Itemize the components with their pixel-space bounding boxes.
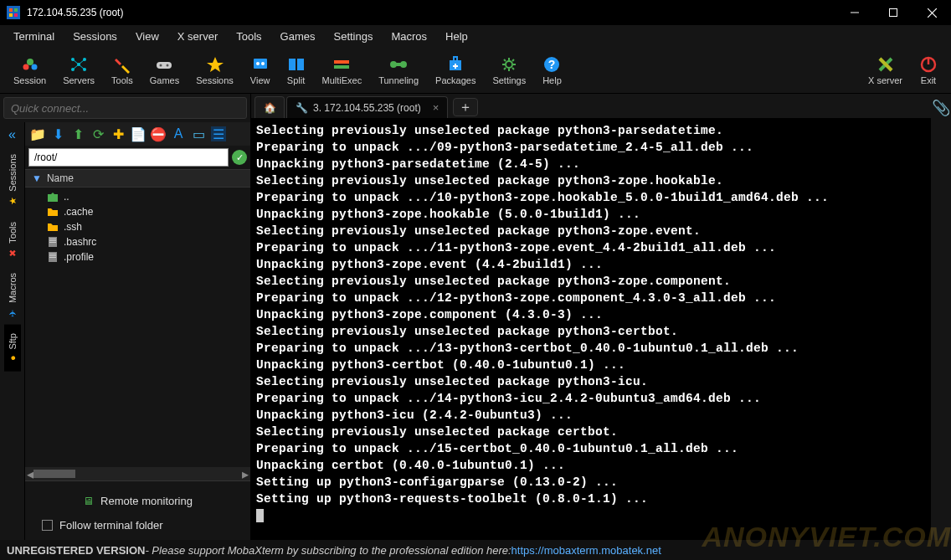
titlebar: 172.104.55.235 (root) <box>0 0 951 25</box>
toolbar-tools[interactable]: Tools <box>103 54 141 87</box>
sftp-newfolder-icon[interactable]: ✚ <box>111 126 126 141</box>
session-icon <box>21 55 39 74</box>
sftp-item[interactable]: .profile <box>25 249 250 265</box>
toolbar-tunneling[interactable]: Tunneling <box>370 54 427 87</box>
toolbar-label: View <box>250 75 270 85</box>
svg-point-26 <box>261 62 265 65</box>
pkg-icon <box>446 55 465 74</box>
paperclip-icon[interactable]: 📎 <box>932 99 950 117</box>
toolbar-packages[interactable]: Packages <box>427 54 484 87</box>
sftp-item[interactable]: .bashrc <box>25 234 250 249</box>
sftp-view-icon[interactable]: ☰ <box>211 126 226 141</box>
maximize-button[interactable] <box>874 0 912 25</box>
xsrv-icon <box>876 55 895 74</box>
menu-tools[interactable]: Tools <box>228 28 270 45</box>
toolbar-x-server[interactable]: X server <box>860 54 911 87</box>
menu-help[interactable]: Help <box>437 28 476 45</box>
toolbar-exit[interactable]: Exit <box>911 54 946 87</box>
menu-macros[interactable]: Macros <box>383 28 435 45</box>
sftp-list-header[interactable]: ▼ Name <box>25 169 250 188</box>
sftp-panel: 📁 ⬇ ⬆ ⟳ ✚ 📄 ⛔ A ▭ ☰ ✓ ▼ Name <box>25 122 250 540</box>
toolbar-view[interactable]: View <box>242 54 279 87</box>
file-name: .. <box>64 191 69 203</box>
terminal-output[interactable]: Selecting previously unselected package … <box>251 119 931 540</box>
sftp-refresh-icon[interactable]: ⟳ <box>90 126 105 141</box>
svg-point-35 <box>506 61 512 68</box>
sftp-path-input[interactable] <box>28 148 229 167</box>
toolbar-help[interactable]: ?Help <box>534 54 570 87</box>
menu-games[interactable]: Games <box>272 28 324 45</box>
scroll-thumb[interactable] <box>33 470 75 478</box>
sftp-path-ok-icon[interactable]: ✓ <box>232 150 247 165</box>
split-icon <box>287 55 306 74</box>
folder-icon <box>47 206 59 218</box>
toolbar-split[interactable]: Split <box>279 54 314 87</box>
toolbar-label: Servers <box>63 75 95 85</box>
sftp-item[interactable]: .cache <box>25 204 250 219</box>
vtab-label: Macros <box>8 273 18 303</box>
sftp-item[interactable]: .ssh <box>25 219 250 234</box>
home-tab[interactable]: 🏠 <box>254 96 285 118</box>
monitor-icon: 🖥 <box>83 495 94 507</box>
svg-rect-43 <box>49 240 56 241</box>
svg-rect-27 <box>289 59 296 70</box>
svg-rect-42 <box>49 239 56 239</box>
close-button[interactable] <box>912 0 951 25</box>
toolbar-sessions[interactable]: Sessions <box>188 54 242 87</box>
quick-connect-input[interactable] <box>3 97 247 119</box>
svg-rect-30 <box>334 65 349 69</box>
collapse-left-icon[interactable]: « <box>5 124 19 146</box>
folder-icon <box>47 221 59 233</box>
menu-terminal[interactable]: Terminal <box>5 28 63 45</box>
new-tab-button[interactable]: ＋ <box>453 98 478 116</box>
toolbar-settings[interactable]: Settings <box>484 54 534 87</box>
sftp-delete-icon[interactable]: ⛔ <box>151 126 166 141</box>
menu-sessions[interactable]: Sessions <box>64 28 126 45</box>
svg-rect-1 <box>9 8 13 12</box>
sftp-newfile-icon[interactable]: 📄 <box>131 126 146 141</box>
toolbar-label: Settings <box>492 75 526 85</box>
session-tab[interactable]: 🔧 3. 172.104.55.235 (root) × <box>286 96 448 118</box>
toolbar-servers[interactable]: Servers <box>54 54 103 87</box>
sftp-hscrollbar[interactable]: ◂ ▸ <box>25 467 250 480</box>
toolbar-label: Help <box>542 75 562 85</box>
svg-rect-24 <box>254 59 267 69</box>
vertical-tabs: « ★Sessions ✖Tools ✈Macros ●Sftp <box>0 122 25 540</box>
svg-rect-31 <box>392 63 405 66</box>
menu-view[interactable]: View <box>127 28 167 45</box>
follow-terminal-checkbox[interactable]: Follow terminal folder <box>32 514 244 533</box>
menu-settings[interactable]: Settings <box>326 28 382 45</box>
subscribe-link[interactable]: https://mobaxterm.mobatek.net <box>511 544 661 557</box>
svg-point-22 <box>160 64 162 66</box>
menu-x-server[interactable]: X server <box>169 28 226 45</box>
parent-folder-icon <box>47 191 59 203</box>
svg-rect-29 <box>334 60 349 64</box>
toolbar-label: Tunneling <box>378 75 419 85</box>
remote-monitoring-label: Remote monitoring <box>100 495 193 507</box>
toolbar-games[interactable]: Games <box>141 54 188 87</box>
vtab-tools[interactable]: ✖Tools <box>4 213 21 265</box>
file-icon <box>47 251 59 263</box>
toolbar-multiexec[interactable]: MultiExec <box>314 54 371 87</box>
vtab-sessions[interactable]: ★Sessions <box>4 146 21 213</box>
servers-icon <box>69 55 88 74</box>
sftp-up-icon[interactable]: 📁 <box>30 126 45 141</box>
sftp-item[interactable]: .. <box>25 189 250 204</box>
svg-rect-28 <box>297 59 304 70</box>
toolbar-label: X server <box>868 75 902 85</box>
sftp-upload-icon[interactable]: ⬆ <box>70 126 85 141</box>
scroll-left-icon[interactable]: ◂ <box>27 466 33 482</box>
svg-rect-0 <box>7 6 20 19</box>
sftp-download-icon[interactable]: ⬇ <box>50 126 65 141</box>
vtab-sftp[interactable]: ●Sftp <box>4 325 21 372</box>
remote-monitoring-button[interactable]: 🖥 Remote monitoring <box>32 488 244 514</box>
sftp-edit-icon[interactable]: A <box>171 126 186 141</box>
vtab-macros[interactable]: ✈Macros <box>4 265 21 325</box>
sftp-props-icon[interactable]: ▭ <box>191 126 206 141</box>
toolbar-session[interactable]: Session <box>5 54 54 87</box>
file-name: .ssh <box>64 221 82 233</box>
scroll-right-icon[interactable]: ▸ <box>242 466 249 482</box>
minimize-button[interactable] <box>835 0 874 25</box>
tab-close-icon[interactable]: × <box>433 101 440 114</box>
statusbar: UNREGISTERED VERSION - Please support Mo… <box>0 540 951 560</box>
